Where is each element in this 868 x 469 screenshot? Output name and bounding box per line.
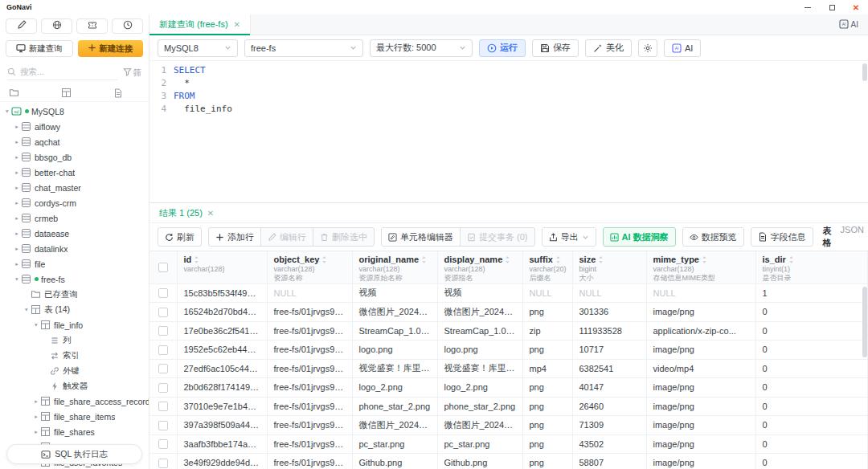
grid-cell[interactable]: free-fs/01jrvgs943q... bbox=[267, 397, 352, 416]
grid-cell[interactable]: logo_2.png bbox=[437, 378, 522, 398]
editor-scrollbar[interactable] bbox=[862, 63, 867, 81]
ai-insight-button[interactable]: AI 数据洞察 bbox=[603, 227, 676, 247]
grid-cell[interactable]: pc_star.png bbox=[437, 434, 522, 454]
data-preview-button[interactable]: 数据预览 bbox=[682, 227, 744, 247]
grid-cell[interactable]: 40147 bbox=[572, 378, 646, 398]
row-checkbox[interactable] bbox=[158, 364, 168, 373]
grid-cell[interactable]: free-fs/01jrvgs943q... bbox=[267, 416, 352, 435]
grid-cell[interactable]: logo.png bbox=[352, 341, 437, 360]
grid-cell[interactable]: phone_star_2.png bbox=[352, 397, 437, 416]
grid-cell[interactable]: 71309 bbox=[572, 416, 646, 435]
tree-item-datalinkx[interactable]: ▸datalinkx bbox=[0, 241, 149, 256]
tree-item-file_shares[interactable]: ▸file_shares bbox=[0, 424, 149, 439]
edit-row-button[interactable]: 编辑行 bbox=[260, 227, 313, 247]
tree-item-free-fs[interactable]: ▸free-fs bbox=[0, 271, 149, 287]
grid-cell[interactable]: png bbox=[522, 416, 572, 435]
grid-cell[interactable]: 0 bbox=[755, 321, 868, 341]
filter-button[interactable]: 筛 bbox=[123, 67, 142, 79]
grid-cell[interactable]: 0 bbox=[755, 341, 868, 360]
sort-icon[interactable] bbox=[321, 255, 327, 264]
grid-cell[interactable]: NULL bbox=[646, 283, 755, 303]
grid-cell[interactable]: 15c83b5f534f49e4b... bbox=[177, 283, 267, 303]
grid-cell[interactable]: 0 bbox=[755, 397, 868, 416]
grid-scrollbar[interactable] bbox=[862, 287, 867, 357]
grid-cell[interactable]: 0 bbox=[755, 378, 868, 398]
search-input[interactable]: 搜索... bbox=[7, 65, 118, 80]
minimize-button[interactable] bbox=[796, 0, 820, 14]
grid-cell[interactable]: 视频 bbox=[352, 283, 437, 303]
sort-icon[interactable] bbox=[788, 255, 794, 264]
grid-cell[interactable]: 397a398f509a44aa9... bbox=[177, 416, 267, 435]
tree-expand-arrow[interactable]: ▸ bbox=[13, 154, 21, 161]
sort-icon[interactable] bbox=[702, 255, 707, 264]
column-header-mime_type[interactable]: mime_typevarchar(128)存储信息MIME类型 bbox=[646, 251, 755, 283]
grid-cell[interactable]: Github.png bbox=[352, 454, 437, 469]
grid-cell[interactable]: 微信图片_20241217... bbox=[352, 416, 437, 435]
grid-cell[interactable]: free-fs/01jrvgs943q... bbox=[267, 321, 352, 341]
grid-cell[interactable]: 301336 bbox=[572, 303, 646, 322]
tree-item-file_share_access_record[interactable]: ▸file_share_access_record bbox=[0, 394, 149, 409]
add-row-button[interactable]: 添加行 bbox=[208, 227, 261, 247]
tree-item-node-17[interactable]: 外键 bbox=[0, 363, 149, 378]
tree-item-file_info[interactable]: ▸file_info bbox=[0, 317, 149, 332]
grid-cell[interactable]: 微信图片_20240326... bbox=[437, 303, 522, 322]
grid-cell[interactable]: png bbox=[522, 454, 572, 469]
grid-cell[interactable]: logo.png bbox=[437, 341, 522, 360]
grid-cell[interactable]: 0 bbox=[755, 434, 868, 454]
row-checkbox[interactable] bbox=[158, 308, 168, 317]
grid-cell[interactable]: image/png bbox=[646, 397, 755, 416]
tree-item-cordys-crm[interactable]: ▸cordys-crm bbox=[0, 195, 149, 210]
max-rows-select[interactable]: 最大行数: 5000 bbox=[370, 39, 473, 57]
tree-expand-arrow[interactable]: ▸ bbox=[14, 275, 20, 283]
sort-icon[interactable] bbox=[194, 255, 199, 264]
grid-cell[interactable]: png bbox=[522, 434, 572, 454]
grid-cell[interactable]: free-fs/01jrvgs943q... bbox=[267, 434, 352, 454]
close-button[interactable]: ✕ bbox=[844, 0, 868, 14]
tab-new-query[interactable]: 新建查询 (free-fs) ✕ bbox=[149, 14, 251, 35]
grid-cell[interactable]: 58807 bbox=[572, 454, 646, 469]
select-all-checkbox[interactable] bbox=[158, 263, 168, 272]
grid-cell[interactable]: NULL bbox=[267, 283, 352, 303]
row-checkbox[interactable] bbox=[158, 459, 168, 468]
tree-item-crmeb[interactable]: ▸crmeb bbox=[0, 210, 149, 226]
grid-cell[interactable]: 微信图片_20240326... bbox=[352, 303, 437, 322]
tree-item-node-16[interactable]: 索引 bbox=[0, 348, 149, 363]
grid-cell[interactable]: 3aafb3fbbe174a34a... bbox=[177, 434, 267, 454]
sort-icon[interactable] bbox=[505, 255, 510, 264]
tree-expand-arrow[interactable]: ▸ bbox=[33, 321, 39, 329]
maximize-button[interactable] bbox=[820, 0, 844, 14]
tree-item-node-15[interactable]: 列 bbox=[0, 332, 149, 348]
grid-cell[interactable]: Github.png bbox=[437, 454, 522, 469]
grid-cell[interactable]: free-fs/01jrvgs943q... bbox=[267, 454, 352, 469]
grid-cell[interactable]: free-fs/01jrvgs943q... bbox=[267, 359, 352, 378]
column-header-size[interactable]: sizebigint大小 bbox=[572, 251, 646, 283]
grid-cell[interactable]: 微信图片_20241217... bbox=[437, 416, 522, 435]
history-button[interactable] bbox=[112, 18, 143, 34]
table-row[interactable]: 37010e9e7e1b4954...free-fs/01jrvgs943q..… bbox=[149, 397, 868, 416]
grid-cell[interactable]: image/png bbox=[646, 434, 755, 454]
tree-expand-arrow[interactable]: ▸ bbox=[32, 429, 40, 435]
table-view-icon[interactable] bbox=[61, 88, 72, 98]
sort-icon[interactable] bbox=[555, 255, 561, 264]
editor-code[interactable]: SELECT *FROM file_info bbox=[174, 64, 868, 202]
grid-cell[interactable]: logo_2.png bbox=[352, 378, 437, 398]
grid-cell[interactable]: 27edf6ac105c44598... bbox=[177, 359, 267, 378]
refresh-button[interactable]: 刷新 bbox=[158, 227, 202, 247]
tree-expand-arrow[interactable]: ▸ bbox=[13, 169, 21, 176]
tree-item-node-12[interactable]: 已存查询 bbox=[0, 287, 149, 302]
tree-expand-arrow[interactable]: ▸ bbox=[13, 246, 21, 252]
view-json[interactable]: JSON bbox=[841, 225, 864, 249]
grid-cell[interactable]: 111933528 bbox=[572, 321, 646, 341]
pen-tool-button[interactable] bbox=[6, 18, 37, 34]
grid-cell[interactable]: 1952e5c62eb44ce8... bbox=[177, 341, 267, 360]
grid-cell[interactable]: 视觉盛宴！库里隔... bbox=[437, 359, 522, 378]
tree-expand-arrow[interactable]: ▸ bbox=[32, 414, 40, 420]
tree-item-node-18[interactable]: 触发器 bbox=[0, 378, 149, 394]
table-row[interactable]: 15c83b5f534f49e4b...NULL视频视频NULLNULLNULL… bbox=[149, 283, 868, 303]
column-header-display_name[interactable]: display_namevarchar(128)资源指名 bbox=[437, 251, 522, 283]
save-button[interactable]: 保存 bbox=[532, 39, 579, 57]
grid-cell[interactable]: png bbox=[522, 341, 572, 360]
settings-button[interactable] bbox=[638, 39, 657, 57]
table-row[interactable]: 17e0be36c2f541ce9...free-fs/01jrvgs943q.… bbox=[149, 321, 868, 341]
column-header-object_key[interactable]: object_keyvarchar(128)资源名称 bbox=[267, 251, 352, 283]
